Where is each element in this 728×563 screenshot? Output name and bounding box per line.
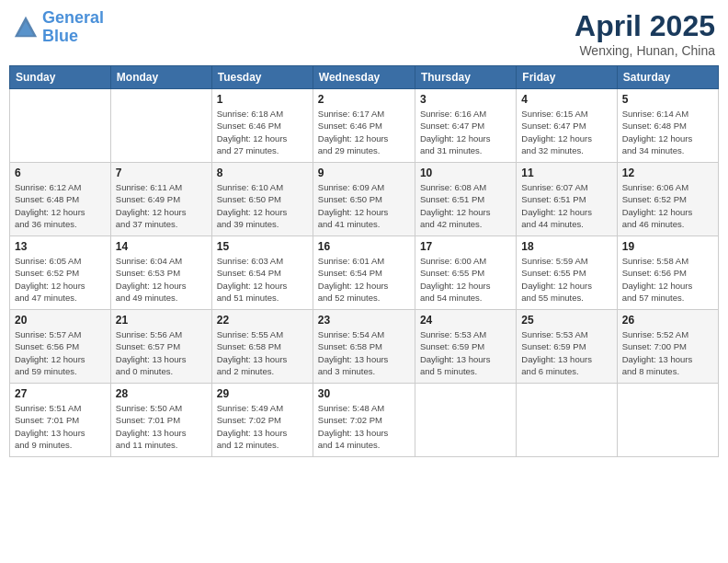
day-info: Sunrise: 5:49 AM Sunset: 7:02 PM Dayligh…: [217, 402, 308, 451]
day-number: 17: [420, 240, 511, 253]
day-number: 20: [15, 314, 106, 327]
day-number: 29: [217, 387, 308, 400]
day-info: Sunrise: 6:07 AM Sunset: 6:51 PM Dayligh…: [521, 181, 611, 230]
day-info: Sunrise: 6:12 AM Sunset: 6:48 PM Dayligh…: [15, 181, 106, 230]
day-number: 16: [318, 240, 410, 253]
week-row-3: 13Sunrise: 6:05 AM Sunset: 6:52 PM Dayli…: [10, 236, 719, 310]
day-info: Sunrise: 6:08 AM Sunset: 6:51 PM Dayligh…: [420, 181, 511, 230]
day-info: Sunrise: 6:05 AM Sunset: 6:52 PM Dayligh…: [15, 255, 106, 304]
day-info: Sunrise: 5:53 AM Sunset: 6:59 PM Dayligh…: [420, 328, 511, 377]
day-info: Sunrise: 6:04 AM Sunset: 6:53 PM Dayligh…: [116, 255, 207, 304]
calendar-cell: 8Sunrise: 6:10 AM Sunset: 6:50 PM Daylig…: [211, 163, 313, 236]
calendar-cell: 26Sunrise: 5:52 AM Sunset: 7:00 PM Dayli…: [617, 310, 718, 384]
day-number: 13: [15, 240, 106, 253]
logo-icon: [13, 15, 39, 40]
day-info: Sunrise: 5:56 AM Sunset: 6:57 PM Dayligh…: [116, 328, 207, 377]
calendar-cell: 2Sunrise: 6:17 AM Sunset: 6:46 PM Daylig…: [313, 89, 415, 163]
day-info: Sunrise: 6:17 AM Sunset: 6:46 PM Dayligh…: [318, 108, 410, 156]
day-number: 26: [622, 314, 713, 327]
calendar-cell: 7Sunrise: 6:11 AM Sunset: 6:49 PM Daylig…: [110, 163, 211, 236]
day-number: 10: [420, 167, 511, 179]
calendar-cell: 23Sunrise: 5:54 AM Sunset: 6:58 PM Dayli…: [313, 310, 415, 384]
month-title: April 2025: [574, 9, 715, 43]
day-number: 14: [116, 240, 207, 253]
calendar-cell: 19Sunrise: 5:58 AM Sunset: 6:56 PM Dayli…: [617, 236, 718, 310]
calendar-cell: 25Sunrise: 5:53 AM Sunset: 6:59 PM Dayli…: [517, 310, 617, 384]
day-number: 11: [521, 167, 611, 179]
calendar-cell: 29Sunrise: 5:49 AM Sunset: 7:02 PM Dayli…: [211, 384, 313, 457]
day-info: Sunrise: 6:09 AM Sunset: 6:50 PM Dayligh…: [318, 181, 410, 230]
day-header-sunday: Sunday: [10, 66, 111, 89]
calendar-cell: 18Sunrise: 5:59 AM Sunset: 6:55 PM Dayli…: [517, 236, 617, 310]
calendar-cell: 5Sunrise: 6:14 AM Sunset: 6:48 PM Daylig…: [617, 89, 718, 163]
page-header: General Blue April 2025 Wenxing, Hunan, …: [9, 9, 719, 58]
day-number: 28: [116, 387, 207, 400]
day-number: 1: [217, 93, 308, 106]
day-number: 7: [116, 167, 207, 179]
calendar-cell: 17Sunrise: 6:00 AM Sunset: 6:55 PM Dayli…: [415, 236, 516, 310]
day-info: Sunrise: 5:51 AM Sunset: 7:01 PM Dayligh…: [15, 402, 106, 451]
calendar-cell: 20Sunrise: 5:57 AM Sunset: 6:56 PM Dayli…: [10, 310, 111, 384]
day-header-saturday: Saturday: [617, 66, 718, 89]
calendar-cell: 6Sunrise: 6:12 AM Sunset: 6:48 PM Daylig…: [10, 163, 111, 236]
calendar-cell: 10Sunrise: 6:08 AM Sunset: 6:51 PM Dayli…: [415, 163, 516, 236]
day-info: Sunrise: 6:10 AM Sunset: 6:50 PM Dayligh…: [217, 181, 308, 230]
day-header-tuesday: Tuesday: [211, 66, 313, 89]
week-row-5: 27Sunrise: 5:51 AM Sunset: 7:01 PM Dayli…: [10, 384, 719, 457]
day-number: 9: [318, 167, 410, 179]
day-number: 12: [622, 167, 713, 179]
day-info: Sunrise: 5:58 AM Sunset: 6:56 PM Dayligh…: [622, 255, 713, 304]
day-info: Sunrise: 6:16 AM Sunset: 6:47 PM Dayligh…: [420, 108, 511, 156]
calendar-table: SundayMondayTuesdayWednesdayThursdayFrid…: [9, 65, 719, 457]
calendar-cell: [517, 384, 617, 457]
day-number: 27: [15, 387, 106, 400]
calendar-cell: 22Sunrise: 5:55 AM Sunset: 6:58 PM Dayli…: [211, 310, 313, 384]
day-number: 22: [217, 314, 308, 327]
day-info: Sunrise: 6:00 AM Sunset: 6:55 PM Dayligh…: [420, 255, 511, 304]
day-info: Sunrise: 6:03 AM Sunset: 6:54 PM Dayligh…: [217, 255, 308, 304]
day-header-monday: Monday: [110, 66, 211, 89]
day-info: Sunrise: 6:15 AM Sunset: 6:47 PM Dayligh…: [521, 108, 611, 156]
week-row-4: 20Sunrise: 5:57 AM Sunset: 6:56 PM Dayli…: [10, 310, 719, 384]
calendar-cell: 15Sunrise: 6:03 AM Sunset: 6:54 PM Dayli…: [211, 236, 313, 310]
day-number: 4: [521, 93, 611, 106]
calendar-cell: 24Sunrise: 5:53 AM Sunset: 6:59 PM Dayli…: [415, 310, 516, 384]
day-number: 23: [318, 314, 410, 327]
day-info: Sunrise: 6:01 AM Sunset: 6:54 PM Dayligh…: [318, 255, 410, 304]
calendar-cell: [10, 89, 111, 163]
calendar-cell: 21Sunrise: 5:56 AM Sunset: 6:57 PM Dayli…: [110, 310, 211, 384]
location: Wenxing, Hunan, China: [574, 43, 715, 58]
day-info: Sunrise: 5:52 AM Sunset: 7:00 PM Dayligh…: [622, 328, 713, 377]
calendar-cell: 30Sunrise: 5:48 AM Sunset: 7:02 PM Dayli…: [313, 384, 415, 457]
day-number: 30: [318, 387, 410, 400]
day-number: 6: [15, 167, 106, 179]
logo-text: General Blue: [42, 9, 104, 46]
day-info: Sunrise: 5:50 AM Sunset: 7:01 PM Dayligh…: [116, 402, 207, 451]
day-number: 18: [521, 240, 611, 253]
calendar-cell: 27Sunrise: 5:51 AM Sunset: 7:01 PM Dayli…: [10, 384, 111, 457]
day-info: Sunrise: 6:11 AM Sunset: 6:49 PM Dayligh…: [116, 181, 207, 230]
calendar-cell: 14Sunrise: 6:04 AM Sunset: 6:53 PM Dayli…: [110, 236, 211, 310]
calendar-cell: 4Sunrise: 6:15 AM Sunset: 6:47 PM Daylig…: [517, 89, 617, 163]
day-info: Sunrise: 5:54 AM Sunset: 6:58 PM Dayligh…: [318, 328, 410, 377]
day-number: 8: [217, 167, 308, 179]
day-number: 5: [622, 93, 713, 106]
day-number: 2: [318, 93, 410, 106]
calendar-cell: 1Sunrise: 6:18 AM Sunset: 6:46 PM Daylig…: [211, 89, 313, 163]
day-number: 24: [420, 314, 511, 327]
week-row-1: 1Sunrise: 6:18 AM Sunset: 6:46 PM Daylig…: [10, 89, 719, 163]
calendar-cell: 13Sunrise: 6:05 AM Sunset: 6:52 PM Dayli…: [10, 236, 111, 310]
day-number: 19: [622, 240, 713, 253]
day-info: Sunrise: 6:18 AM Sunset: 6:46 PM Dayligh…: [217, 108, 308, 156]
calendar-cell: 28Sunrise: 5:50 AM Sunset: 7:01 PM Dayli…: [110, 384, 211, 457]
day-info: Sunrise: 6:06 AM Sunset: 6:52 PM Dayligh…: [622, 181, 713, 230]
day-info: Sunrise: 5:55 AM Sunset: 6:58 PM Dayligh…: [217, 328, 308, 377]
day-number: 15: [217, 240, 308, 253]
day-header-thursday: Thursday: [415, 66, 516, 89]
calendar-cell: [415, 384, 516, 457]
day-info: Sunrise: 5:53 AM Sunset: 6:59 PM Dayligh…: [521, 328, 611, 377]
logo: General Blue: [13, 9, 104, 46]
day-info: Sunrise: 6:14 AM Sunset: 6:48 PM Dayligh…: [622, 108, 713, 156]
day-info: Sunrise: 5:57 AM Sunset: 6:56 PM Dayligh…: [15, 328, 106, 377]
calendar-cell: 9Sunrise: 6:09 AM Sunset: 6:50 PM Daylig…: [313, 163, 415, 236]
